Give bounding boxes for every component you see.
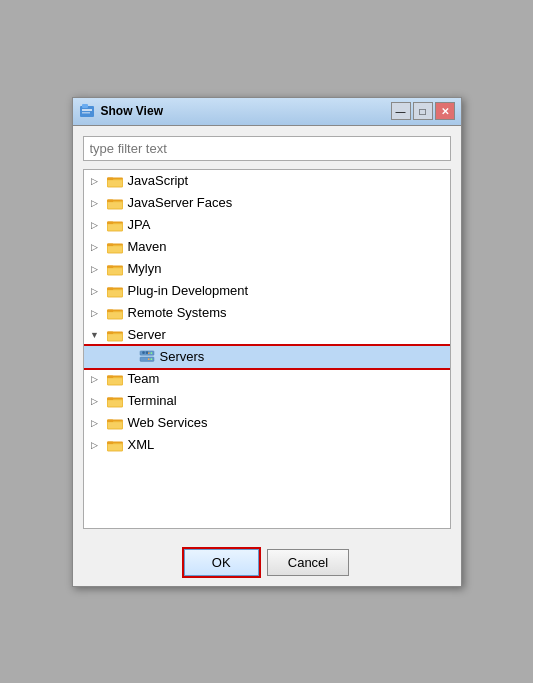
cancel-button[interactable]: Cancel <box>267 549 349 576</box>
filter-input[interactable] <box>83 136 451 161</box>
expand-arrow-plugin-development[interactable]: ▷ <box>88 284 102 298</box>
expand-arrow-jpa[interactable]: ▷ <box>88 218 102 232</box>
folder-icon <box>106 262 124 276</box>
window-icon <box>79 103 95 119</box>
item-label-web-services: Web Services <box>128 415 208 430</box>
svg-rect-15 <box>108 224 122 230</box>
svg-rect-50 <box>107 397 113 400</box>
item-label-plugin-development: Plug-in Development <box>128 283 249 298</box>
item-label-xml: XML <box>128 437 155 452</box>
folder-icon <box>106 306 124 320</box>
dialog-window: Show View — □ ✕ ▷ JavaScript▷ JavaServer… <box>72 97 462 587</box>
svg-rect-30 <box>107 309 113 312</box>
folder-icon <box>106 240 124 254</box>
svg-rect-27 <box>108 290 122 296</box>
svg-rect-55 <box>108 422 122 428</box>
expand-arrow-server[interactable]: ▼ <box>88 328 102 342</box>
tree-item-team[interactable]: ▷ Team <box>84 368 450 390</box>
item-label-remote-systems: Remote Systems <box>128 305 227 320</box>
dialog-content: ▷ JavaScript▷ JavaServer Faces▷ JPA▷ Mav… <box>73 126 461 539</box>
item-label-javascript: JavaScript <box>128 173 189 188</box>
dialog-footer: OK Cancel <box>73 539 461 586</box>
tree-item-terminal[interactable]: ▷ Terminal <box>84 390 450 412</box>
svg-rect-54 <box>107 419 113 422</box>
folder-icon <box>106 284 124 298</box>
item-label-maven: Maven <box>128 239 167 254</box>
folder-icon <box>106 196 124 210</box>
svg-rect-22 <box>107 265 113 268</box>
svg-rect-47 <box>108 378 122 384</box>
item-label-javaserver-faces: JavaServer Faces <box>128 195 233 210</box>
expand-arrow-maven[interactable]: ▷ <box>88 240 102 254</box>
svg-rect-1 <box>82 104 88 108</box>
svg-rect-6 <box>107 177 113 180</box>
svg-point-42 <box>142 351 145 354</box>
svg-rect-46 <box>107 375 113 378</box>
tree-container[interactable]: ▷ JavaScript▷ JavaServer Faces▷ JPA▷ Mav… <box>83 169 451 529</box>
svg-rect-59 <box>108 444 122 450</box>
expand-arrow-web-services[interactable]: ▷ <box>88 416 102 430</box>
tree-item-web-services[interactable]: ▷ Web Services <box>84 412 450 434</box>
svg-point-37 <box>150 352 152 354</box>
svg-rect-2 <box>82 109 92 111</box>
item-label-server: Server <box>128 327 166 342</box>
item-label-servers: Servers <box>160 349 205 364</box>
folder-icon <box>106 394 124 408</box>
folder-icon <box>106 328 124 342</box>
folder-icon <box>106 438 124 452</box>
tree-item-plugin-development[interactable]: ▷ Plug-in Development <box>84 280 450 302</box>
folder-icon <box>106 416 124 430</box>
tree-item-remote-systems[interactable]: ▷ Remote Systems <box>84 302 450 324</box>
expand-arrow-javaserver-faces[interactable]: ▷ <box>88 196 102 210</box>
svg-rect-51 <box>108 400 122 406</box>
folder-icon <box>106 372 124 386</box>
tree-item-javaserver-faces[interactable]: ▷ JavaServer Faces <box>84 192 450 214</box>
tree-item-xml[interactable]: ▷ XML <box>84 434 450 456</box>
svg-rect-14 <box>107 221 113 224</box>
folder-icon <box>106 174 124 188</box>
tree-item-jpa[interactable]: ▷ JPA <box>84 214 450 236</box>
window-title: Show View <box>101 104 391 118</box>
expand-arrow-javascript[interactable]: ▷ <box>88 174 102 188</box>
title-bar: Show View — □ ✕ <box>73 98 461 126</box>
minimize-button[interactable]: — <box>391 102 411 120</box>
expand-arrow-servers[interactable] <box>120 350 134 364</box>
tree-item-mylyn[interactable]: ▷ Mylyn <box>84 258 450 280</box>
item-label-team: Team <box>128 371 160 386</box>
tree-item-javascript[interactable]: ▷ JavaScript <box>84 170 450 192</box>
expand-arrow-mylyn[interactable]: ▷ <box>88 262 102 276</box>
close-button[interactable]: ✕ <box>435 102 455 120</box>
item-label-mylyn: Mylyn <box>128 261 162 276</box>
svg-rect-31 <box>108 312 122 318</box>
folder-icon <box>106 218 124 232</box>
item-label-terminal: Terminal <box>128 393 177 408</box>
svg-rect-7 <box>108 180 122 186</box>
expand-arrow-terminal[interactable]: ▷ <box>88 394 102 408</box>
svg-rect-26 <box>107 287 113 290</box>
item-label-jpa: JPA <box>128 217 151 232</box>
svg-rect-10 <box>107 199 113 202</box>
svg-point-43 <box>145 351 148 354</box>
svg-rect-19 <box>108 246 122 252</box>
svg-rect-23 <box>108 268 122 274</box>
servers-icon <box>138 350 156 364</box>
title-controls: — □ ✕ <box>391 102 455 120</box>
ok-button[interactable]: OK <box>184 549 259 576</box>
tree-item-maven[interactable]: ▷ Maven <box>84 236 450 258</box>
svg-rect-11 <box>108 202 122 208</box>
svg-rect-34 <box>107 331 113 334</box>
maximize-button[interactable]: □ <box>413 102 433 120</box>
tree-item-server[interactable]: ▼ Server <box>84 324 450 346</box>
svg-rect-58 <box>107 441 113 444</box>
svg-rect-3 <box>82 112 90 114</box>
expand-arrow-team[interactable]: ▷ <box>88 372 102 386</box>
expand-arrow-xml[interactable]: ▷ <box>88 438 102 452</box>
tree-item-servers[interactable]: Servers <box>84 346 450 368</box>
svg-rect-35 <box>108 334 122 340</box>
svg-rect-18 <box>107 243 113 246</box>
svg-point-40 <box>150 358 152 360</box>
svg-point-41 <box>147 358 149 360</box>
expand-arrow-remote-systems[interactable]: ▷ <box>88 306 102 320</box>
